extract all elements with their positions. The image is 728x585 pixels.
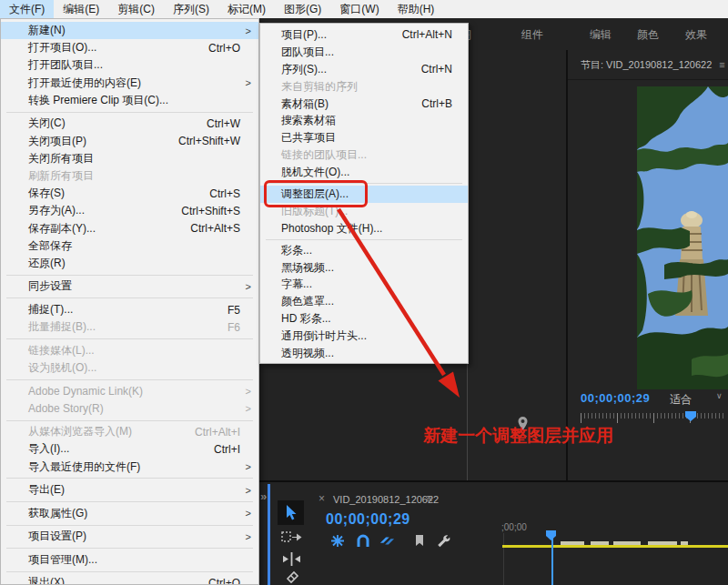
timeline-settings-wrench-icon[interactable] <box>435 533 451 549</box>
menu-item[interactable]: 导入(I)...Ctrl+I <box>1 440 258 458</box>
menu-item[interactable]: 项目管理(M)... <box>1 551 258 569</box>
menu-item[interactable]: Photoshop 文件(H)... <box>260 220 468 237</box>
menu-item[interactable]: 打开最近使用的内容(E)> <box>1 75 258 92</box>
menu-item[interactable]: 还原(R) <box>1 255 258 272</box>
menu-item[interactable]: 字幕... <box>260 276 468 293</box>
menu-item-shortcut: Ctrl+Alt+N <box>402 28 452 41</box>
menu-item[interactable]: 关闭所有项目 <box>1 150 258 167</box>
panel-menu-icon[interactable]: ≡ <box>719 59 724 70</box>
menu-item[interactable]: 项目(P)...Ctrl+Alt+N <box>260 26 468 44</box>
menu-item[interactable]: 黑场视频... <box>260 259 468 277</box>
menu-item[interactable]: 设为脱机(O)... <box>1 359 258 377</box>
selection-tool[interactable] <box>278 500 304 525</box>
menu-item-label: 获取属性(G) <box>28 506 240 521</box>
menubar-item[interactable]: 文件(F) <box>0 0 54 18</box>
menu-item[interactable]: 透明视频... <box>260 345 468 362</box>
menu-item[interactable]: 来自剪辑的序列 <box>260 78 468 96</box>
menubar-item[interactable]: 图形(G) <box>275 0 330 18</box>
nested-sequence-toggle[interactable] <box>329 533 346 549</box>
razor-tool[interactable] <box>283 570 300 585</box>
menu-item[interactable]: 保存副本(Y)...Ctrl+Alt+S <box>1 219 258 237</box>
menu-item-label: 批量捕捉(B)... <box>28 319 228 335</box>
menubar-item[interactable]: 标记(M) <box>218 0 275 18</box>
tab-assembly[interactable]: 组件 <box>521 27 543 43</box>
ripple-edit-tool[interactable] <box>281 551 302 567</box>
menu-item-shortcut: Ctrl+Q <box>208 577 240 585</box>
menu-item[interactable]: 序列(S)...Ctrl+N <box>260 61 468 78</box>
menu-item[interactable]: 已共享项目 <box>260 129 468 146</box>
linked-selection-toggle[interactable] <box>379 533 395 549</box>
menu-item[interactable]: 通用倒计时片头... <box>260 328 468 345</box>
menubar-item[interactable]: 序列(S) <box>164 0 218 18</box>
timeline-timecode[interactable]: 00;00;00;29 <box>326 511 410 528</box>
snap-toggle[interactable] <box>355 533 371 549</box>
timeline-playhead[interactable] <box>546 530 556 540</box>
menu-item[interactable]: 同步设置> <box>1 277 258 295</box>
menu-item[interactable]: 打开项目(O)...Ctrl+O <box>1 39 258 56</box>
video-frame-art <box>637 86 728 389</box>
tab-editing[interactable]: 编辑 <box>590 27 612 43</box>
menu-item[interactable]: 导出(E)> <box>1 481 258 499</box>
menu-item[interactable]: 新建(N)> <box>1 22 258 39</box>
panel-menu-icon[interactable]: ≡ <box>426 492 432 505</box>
menu-item[interactable]: 团队项目... <box>260 44 468 61</box>
menu-item[interactable]: 素材箱(B)Ctrl+B <box>260 96 468 113</box>
menu-item[interactable]: 链接媒体(L)... <box>1 342 258 359</box>
zoom-level-dropdown[interactable]: 适合 <box>670 392 692 408</box>
menu-item[interactable]: 脱机文件(O)... <box>260 164 468 181</box>
menu-item[interactable]: 从媒体浏览器导入(M)Ctrl+Alt+I <box>1 423 258 440</box>
menu-item[interactable]: 项目设置(P)> <box>1 528 258 545</box>
menu-item-label: 刷新所有项目 <box>28 168 240 184</box>
menu-item[interactable]: 颜色遮罩... <box>260 293 468 310</box>
menu-item-adjustment-layer[interactable]: 调整图层(A)... <box>260 186 468 203</box>
menu-item[interactable]: 捕捉(T)...F5 <box>1 301 258 318</box>
timeline-clip-bar[interactable] <box>502 545 728 548</box>
menu-item-shortcut: Ctrl+S <box>209 187 240 200</box>
menu-item[interactable]: 退出(X)Ctrl+Q <box>1 574 258 585</box>
tab-color[interactable]: 颜色 <box>637 27 659 43</box>
clip-segment <box>591 541 609 545</box>
menubar-item[interactable]: 剪辑(C) <box>108 0 164 18</box>
menu-item-label: 关闭(C) <box>28 116 207 131</box>
collapsed-panel-chevrons-icon[interactable]: » <box>260 489 267 503</box>
menu-item[interactable]: 转换 Premiere Clip 项目(C)... <box>1 92 258 109</box>
menu-item[interactable]: 打开团队项目... <box>1 56 258 74</box>
menu-item-shortcut: Ctrl+N <box>421 63 452 76</box>
menubar-item[interactable]: 编辑(E) <box>54 0 108 18</box>
menu-item[interactable]: 获取属性(G)> <box>1 505 258 522</box>
menu-item-label: Adobe Story(R) <box>28 402 240 415</box>
program-timecode[interactable]: 00;00;00;29 <box>581 391 650 405</box>
menu-item[interactable]: 批量捕捉(B)...F6 <box>1 318 258 336</box>
timeline-tab-title[interactable]: VID_20190812_120622 <box>333 494 439 505</box>
premiere-app: { "menubar": { "items": ["文件(F)", "编辑(E)… <box>0 0 728 585</box>
menu-item[interactable]: 刷新所有项目 <box>1 167 258 185</box>
track-select-tool[interactable] <box>281 530 302 545</box>
menubar-item[interactable]: 帮助(H) <box>389 0 444 18</box>
menu-item-label: 调整图层(A)... <box>281 187 452 202</box>
menu-item[interactable]: Adobe Story(R)> <box>1 400 258 418</box>
submenu-arrow-icon: > <box>246 77 251 88</box>
tab-effects[interactable]: 效果 <box>685 27 707 43</box>
menu-item[interactable]: 全部保存 <box>1 237 258 255</box>
new-submenu: 项目(P)...Ctrl+Alt+N团队项目...序列(S)...Ctrl+N来… <box>259 23 469 364</box>
menu-separator <box>6 275 253 276</box>
menu-item[interactable]: 另存为(A)...Ctrl+Shift+S <box>1 202 258 219</box>
menu-item[interactable]: 关闭项目(P)Ctrl+Shift+W <box>1 133 258 150</box>
menu-item[interactable]: Adobe Dynamic Link(K)> <box>1 382 258 399</box>
menu-item[interactable]: 彩条... <box>260 242 468 259</box>
menu-separator <box>6 525 253 526</box>
program-scrubber-ruler[interactable] <box>581 413 726 423</box>
menu-item[interactable]: 旧版标题(T)... <box>260 203 468 220</box>
menu-item[interactable]: 关闭(C)Ctrl+W <box>1 115 258 132</box>
program-panel-header[interactable]: 节目: VID_20190812_120622≡ <box>568 50 728 80</box>
clip-segment <box>561 541 584 545</box>
menu-item[interactable]: 搜索素材箱 <box>260 112 468 129</box>
menu-item[interactable]: 保存(S)Ctrl+S <box>1 185 258 202</box>
menu-item-label: 链接媒体(L)... <box>28 343 240 358</box>
menu-item[interactable]: 导入最近使用的文件(F)> <box>1 459 258 476</box>
menu-item[interactable]: 链接的团队项目... <box>260 146 468 164</box>
menu-item[interactable]: HD 彩条... <box>260 310 468 328</box>
add-marker-button[interactable] <box>411 533 428 549</box>
close-icon[interactable]: × <box>318 492 325 505</box>
menubar-item[interactable]: 窗口(W) <box>330 0 388 18</box>
